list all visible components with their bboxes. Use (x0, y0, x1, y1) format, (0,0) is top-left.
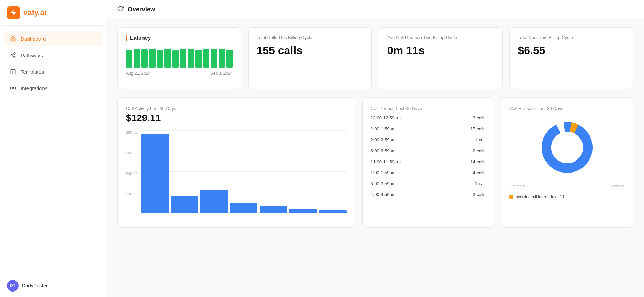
latency-dates: Aug 21, 2024 Sep 3, 2024 (126, 71, 233, 76)
sidebar-item-dashboard[interactable]: Dashboard (4, 31, 102, 46)
svg-point-11 (551, 132, 583, 163)
sidebar-item-templates[interactable]: Templates (4, 64, 102, 79)
call-reasons-card: Call Reasons Last 30 Days Category Amoun… (501, 97, 633, 228)
main-content: Overview Latency Aug 21, 2024 Sep 3, 202… (106, 0, 644, 297)
period-calls: 3 calls (473, 192, 485, 197)
sidebar-item-integrations[interactable]: Integrations (4, 81, 102, 96)
call-periods-title: Call Periods Last 30 Days (371, 106, 486, 111)
svg-point-8 (12, 87, 14, 89)
bar-wrap (141, 130, 169, 213)
latency-bar (219, 49, 225, 68)
latency-bar (164, 49, 171, 68)
period-calls: 17 calls (470, 126, 485, 131)
latency-title: Latency (126, 35, 233, 41)
latency-bars (126, 47, 233, 68)
total-calls-value: 155 calls (257, 44, 364, 57)
legend-rows: overdue bill for our tax...11 (509, 193, 624, 201)
page-title: Overview (128, 6, 155, 13)
periods-list: 12:00-12:59am 3 calls1:00-1:59am 17 call… (371, 112, 486, 200)
latency-bar (180, 49, 186, 68)
period-row: 6:00-6:59am 2 calls (371, 145, 486, 156)
latency-bar (226, 50, 232, 68)
avatar: DT (7, 280, 19, 292)
period-time: 1:00-1:59am (371, 126, 396, 131)
period-calls: 14 calls (470, 159, 485, 164)
period-time: 4:00-4:59pm (371, 192, 396, 197)
latency-card: Latency Aug 21, 2024 Sep 3, 2024 (117, 27, 241, 89)
logo-icon (7, 6, 20, 19)
y-axis-label: $20.00 (126, 192, 138, 196)
period-calls: 1 call (475, 181, 485, 186)
more-menu-icon[interactable]: ⋯ (93, 282, 99, 289)
integrations-icon (10, 85, 16, 92)
activity-bar (260, 206, 287, 213)
activity-bar (141, 134, 169, 213)
legend-table: Category Amount overdue bill for our tax… (509, 184, 624, 201)
latency-bar (141, 49, 148, 68)
period-time: 1:00-1:59pm (371, 170, 396, 175)
activity-bar (319, 210, 346, 213)
latency-bar (172, 50, 179, 68)
latency-bar (126, 50, 132, 68)
logo-area: vafy.ai (0, 0, 106, 26)
latency-bar (134, 49, 140, 68)
period-row: 4:00-4:59pm 3 calls (371, 189, 486, 200)
total-calls-label: Total Calls This Billing Cycle (257, 35, 364, 41)
templates-icon (10, 68, 16, 75)
logo-text: vafy.ai (23, 8, 46, 17)
legend-dot (509, 195, 513, 199)
activity-bar (230, 203, 257, 213)
header: Overview (106, 0, 644, 19)
y-axis: $80.00$60.00$40.00$20.00 (126, 130, 138, 213)
period-calls: 4 calls (473, 170, 485, 175)
user-name: Dody Tester (22, 283, 90, 288)
total-cost-label: Total Cost This Billing Cycle (518, 35, 625, 41)
period-row: 1:00-1:59pm 4 calls (371, 167, 486, 178)
content-area: Latency Aug 21, 2024 Sep 3, 2024 Total C… (106, 19, 644, 236)
avg-duration-label: Avg Call Duration This Billing Cycle (387, 35, 494, 41)
bottom-row: Call Activity Last 30 Days $129.11 $80.0… (117, 97, 633, 228)
call-activity-card: Call Activity Last 30 Days $129.11 $80.0… (117, 97, 355, 228)
period-row: 11:00-11:59am 14 calls (371, 156, 486, 167)
sidebar-item-pathways[interactable]: Pathways (4, 48, 102, 63)
y-axis-label: $60.00 (126, 151, 138, 155)
activity-bar (200, 190, 228, 213)
activity-bar (171, 196, 198, 213)
home-icon (10, 35, 16, 42)
period-time: 11:00-11:59am (371, 159, 401, 164)
period-calls: 1 call (475, 137, 485, 142)
latency-indicator (126, 35, 127, 41)
total-cost-value: $6.55 (518, 44, 625, 57)
avg-duration-value: 0m 11s (387, 44, 494, 57)
avg-duration-card: Avg Call Duration This Billing Cycle 0m … (379, 27, 503, 89)
period-row: 2:00-2:59am 1 call (371, 134, 486, 145)
period-time: 12:00-12:59am (371, 115, 401, 120)
period-calls: 2 calls (473, 148, 485, 153)
period-row: 12:00-12:59am 3 calls (371, 112, 486, 123)
legend-header: Category Amount (509, 184, 624, 190)
bar-wrap (200, 130, 228, 213)
bar-wrap (319, 130, 346, 213)
period-row: 1:00-1:59am 17 calls (371, 123, 486, 134)
period-time: 2:00-2:59am (371, 137, 396, 142)
svg-line-3 (12, 56, 14, 57)
y-axis-label: $80.00 (126, 130, 138, 134)
sidebar: vafy.ai Dashboard Pathways (0, 0, 106, 297)
bars-container (141, 130, 347, 213)
call-activity-value: $129.11 (126, 112, 347, 123)
nav-list: Dashboard Pathways Templates (0, 26, 106, 274)
refresh-icon[interactable] (117, 5, 124, 13)
svg-line-4 (12, 54, 14, 55)
legend-row: overdue bill for our tax...11 (509, 193, 624, 201)
period-time: 3:00-3:59pm (371, 181, 396, 186)
latency-bar (157, 50, 163, 68)
latency-bar (211, 49, 217, 68)
bar-chart-area: $80.00$60.00$40.00$20.00 (126, 130, 347, 213)
call-activity-title: Call Activity Last 30 Days (126, 106, 347, 111)
latency-bar (203, 49, 209, 68)
call-reasons-title: Call Reasons Last 30 Days (509, 106, 624, 111)
stat-cards-row: Latency Aug 21, 2024 Sep 3, 2024 Total C… (117, 27, 633, 89)
latency-bar (195, 50, 202, 68)
pathways-icon (10, 52, 16, 59)
period-calls: 3 calls (473, 115, 485, 120)
